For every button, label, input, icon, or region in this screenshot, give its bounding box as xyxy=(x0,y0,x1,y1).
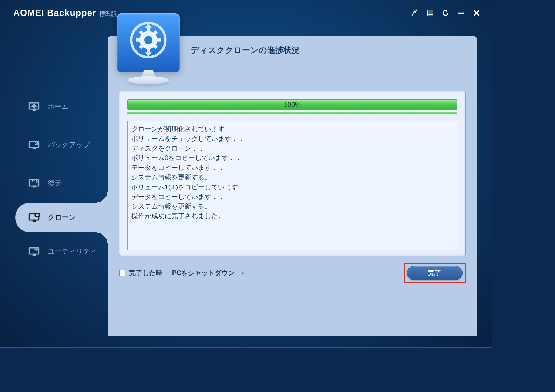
svg-rect-9 xyxy=(29,180,39,186)
content-panel: ディスククローンの進捗状況 100% クローンが初期化されています．．．ボリュー… xyxy=(108,36,477,336)
sidebar-item-home[interactable]: ホーム xyxy=(0,87,108,126)
sidebar-item-clone[interactable]: クローン xyxy=(15,203,108,232)
sidebar-item-label: ホーム xyxy=(48,102,69,111)
log-line: 操作が成功に完了されました。 xyxy=(131,211,453,221)
finish-button-highlight: 完了 xyxy=(404,263,466,283)
app-name: AOMEI Backupper xyxy=(13,8,96,18)
sidebar-item-restore[interactable]: 復元 xyxy=(0,164,108,203)
progress-bar-secondary xyxy=(127,112,457,114)
backup-icon xyxy=(27,138,41,152)
clone-icon xyxy=(27,210,41,224)
log-line: データをコピーしています．．． xyxy=(131,163,453,172)
page-title: ディスククローンの進捗状況 xyxy=(191,45,300,56)
log-line: システム情報を更新する。 xyxy=(131,202,453,211)
svg-rect-17 xyxy=(136,38,141,42)
shutdown-checkbox[interactable] xyxy=(119,270,125,276)
shutdown-dropdown[interactable]: PCをシャットダウン xyxy=(172,268,235,277)
sidebar-item-label: バックアップ xyxy=(48,140,90,150)
upgrade-icon[interactable] xyxy=(410,9,418,17)
svg-rect-3 xyxy=(429,13,433,13)
sidebar-item-label: 復元 xyxy=(48,179,62,188)
finish-button[interactable]: 完了 xyxy=(407,266,462,280)
home-icon xyxy=(27,99,41,114)
svg-point-0 xyxy=(427,10,428,11)
log-output: クローンが初期化されています．．．ボリュームをチェックしています．．．ディスクを… xyxy=(127,121,457,250)
svg-point-2 xyxy=(427,12,428,13)
sidebar-item-label: ユーティリティ xyxy=(48,247,97,256)
monitor-icon xyxy=(117,13,180,72)
sidebar: ホーム バックアップ 復元 クローン ユーティリティ xyxy=(0,23,108,344)
sidebar-item-label: クローン xyxy=(48,213,76,222)
finish-button-label: 完了 xyxy=(428,268,441,277)
log-line: ボリュームをチェックしています．．． xyxy=(131,134,453,143)
svg-rect-11 xyxy=(35,213,39,217)
restore-icon xyxy=(27,176,41,190)
progress-panel: 100% クローンが初期化されています．．．ボリュームをチェックしています．．．… xyxy=(119,91,466,256)
sidebar-item-utility[interactable]: ユーティリティ xyxy=(0,232,108,271)
menu-icon[interactable] xyxy=(426,9,434,17)
svg-rect-16 xyxy=(147,47,150,52)
svg-rect-5 xyxy=(429,14,433,15)
app-edition: 標準版 xyxy=(99,10,117,18)
log-line: システム情報を更新する。 xyxy=(131,172,453,182)
svg-point-23 xyxy=(144,36,152,44)
svg-rect-18 xyxy=(156,38,161,42)
utility-icon xyxy=(27,244,41,258)
log-line: ボリューム0をコピーしています．．． xyxy=(131,153,453,163)
chevron-down-icon[interactable]: ▾ xyxy=(242,271,244,275)
svg-rect-6 xyxy=(458,13,464,14)
svg-point-4 xyxy=(427,14,428,15)
progress-bar: 100% xyxy=(127,99,457,110)
svg-rect-15 xyxy=(147,28,150,33)
progress-text: 100% xyxy=(284,101,301,109)
log-line: ディスクをクローン．．． xyxy=(131,143,453,153)
log-line: データをコピーしています．．． xyxy=(131,192,453,202)
refresh-icon[interactable] xyxy=(441,9,450,17)
sidebar-item-backup[interactable]: バックアップ xyxy=(0,126,108,164)
minimize-icon[interactable] xyxy=(457,9,465,17)
svg-rect-1 xyxy=(429,11,433,11)
checkbox-label-prefix: 完了した時 xyxy=(129,268,162,277)
log-line: ボリューム1(J:)をコピーしています．．． xyxy=(131,182,453,192)
close-icon[interactable] xyxy=(472,9,481,17)
log-line: クローンが初期化されています．．． xyxy=(131,124,453,134)
